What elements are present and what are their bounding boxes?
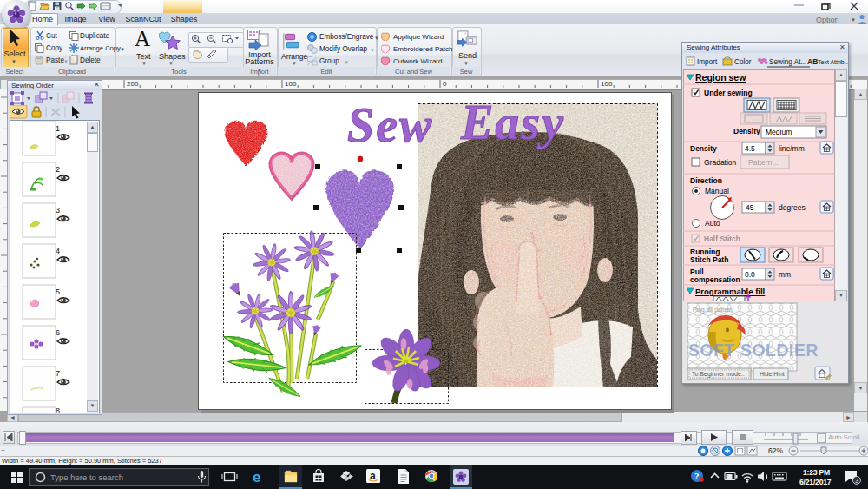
svg-text:To Beginner mode..: To Beginner mode.. (692, 371, 745, 378)
svg-text:AB: AB (807, 57, 818, 66)
svg-text:Region sew: Region sew (695, 72, 746, 83)
svg-text:Density: Density (690, 144, 717, 153)
svg-text:62%: 62% (768, 446, 783, 455)
svg-text:Hide Hint: Hide Hint (760, 371, 785, 377)
svg-text:100: 100 (601, 80, 613, 88)
svg-text:7: 7 (56, 369, 60, 378)
svg-text:e: e (253, 469, 260, 486)
svg-text:Color: Color (734, 58, 752, 66)
svg-text:6/21/2017: 6/21/2017 (799, 478, 832, 486)
svg-text:Direction: Direction (690, 176, 722, 185)
svg-text:1: 1 (56, 124, 60, 133)
svg-text:Density: Density (733, 127, 760, 135)
svg-text:200: 200 (127, 80, 139, 88)
svg-text:4.5: 4.5 (745, 144, 755, 153)
svg-text:Pattern...: Pattern... (748, 158, 779, 167)
svg-text:0: 0 (443, 80, 447, 88)
svg-text:3: 3 (855, 478, 858, 484)
svg-text:Manual: Manual (705, 187, 729, 195)
svg-text:?: ? (694, 471, 700, 481)
svg-text:SOFT SOLDIER: SOFT SOLDIER (688, 340, 819, 360)
svg-text:Import: Import (697, 58, 718, 66)
svg-text:0.0: 0.0 (745, 270, 755, 279)
svg-text:5: 5 (56, 287, 60, 296)
svg-text:compensation: compensation (690, 275, 740, 284)
svg-text:Stitch Path: Stitch Path (690, 255, 728, 264)
svg-text:45: 45 (746, 203, 754, 212)
svg-text:Medium: Medium (766, 128, 792, 136)
svg-text:Text Attrib...: Text Attrib... (818, 59, 848, 65)
svg-text:Auto: Auto (705, 219, 720, 228)
svg-text:Gradation: Gradation (704, 158, 737, 167)
svg-text:Under sewing: Under sewing (704, 89, 753, 97)
svg-text:8: 8 (56, 406, 60, 413)
svg-text:3: 3 (56, 206, 60, 215)
svg-text:6: 6 (56, 328, 60, 337)
svg-text:Half Stitch: Half Stitch (704, 235, 740, 243)
svg-text:100: 100 (285, 80, 297, 88)
svg-text:Sew: Sew (347, 98, 433, 152)
svg-text:degrees: degrees (779, 203, 806, 212)
svg-text:line/mm: line/mm (779, 144, 805, 153)
svg-text:Programmable fill: Programmable fill (695, 287, 765, 296)
svg-text:2: 2 (56, 165, 60, 174)
svg-text:Prog. fill pattern: Prog. fill pattern (693, 307, 733, 314)
svg-text:Easy: Easy (460, 96, 565, 149)
svg-text:Sewing At...: Sewing At... (769, 58, 806, 66)
svg-text:1:23 PM: 1:23 PM (803, 468, 830, 477)
svg-text:mm: mm (779, 270, 791, 279)
svg-text:4: 4 (56, 247, 60, 255)
